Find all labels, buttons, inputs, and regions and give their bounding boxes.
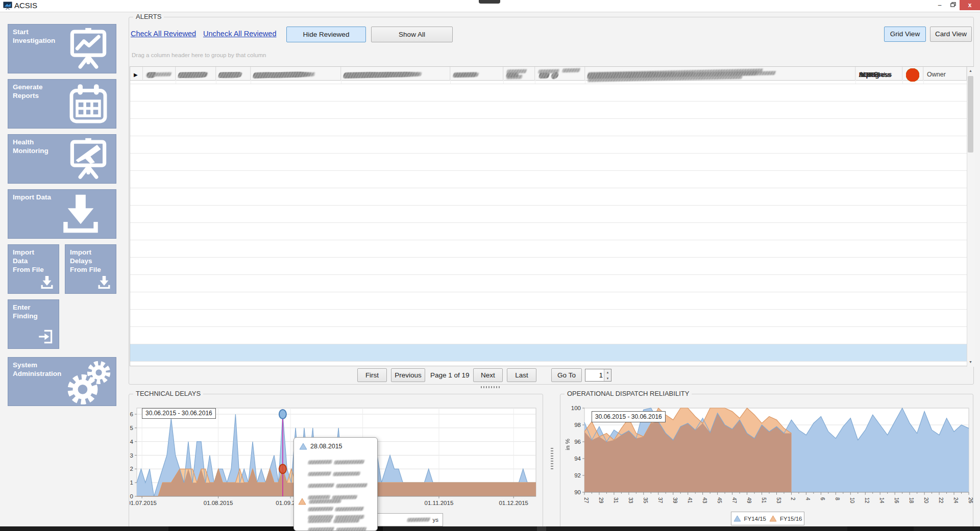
svg-text:26: 26 [968,497,973,503]
dispatch-y-axis-label: in % [565,439,571,450]
table-row[interactable]: ALERT [130,154,973,171]
horizontal-splitter[interactable] [481,386,501,388]
table-row[interactable]: ▶ALERT [130,344,973,362]
redacted-legend-text [406,518,430,522]
pager-first-button[interactable]: First [357,368,387,382]
svg-text:92: 92 [574,472,581,478]
restore-button[interactable] [946,0,960,10]
sidebar-button-start-investigation[interactable]: Start Investigation [8,24,116,73]
spin-down-icon[interactable]: ▼ [604,375,611,382]
orange-triangle-icon [298,498,306,505]
redacted-text [336,483,368,488]
svg-text:43: 43 [702,497,708,503]
chart-tooltip: 28.08.2015 [293,437,378,531]
scroll-down-icon[interactable]: ▼ [967,358,974,366]
table-row[interactable]: DONE [130,206,973,223]
svg-text:1: 1 [130,479,133,486]
pager-goto-button[interactable]: Go To [551,368,582,382]
dispatch-reliability-legend: FY14/15 FY15/16 [731,512,804,525]
check-all-reviewed-link[interactable]: Check All Reviewed [131,30,196,38]
table-row[interactable]: In progress [130,119,973,136]
svg-text:01.08.2015: 01.08.2015 [204,500,233,506]
pager-last-button[interactable]: Last [507,368,536,382]
table-row[interactable]: DONE [130,310,973,327]
minimize-button[interactable]: – [933,0,946,10]
table-row[interactable]: In progress [130,136,973,154]
technical-delays-title: TECHNICAL DELAYS [133,390,203,397]
redacted-date [309,499,342,503]
redacted-text [308,471,332,476]
svg-text:3: 3 [130,452,133,459]
window-title: ACSIS [14,1,37,10]
pager-page-label: Page 1 of 19 [430,371,470,379]
page-number-input[interactable] [585,369,604,381]
close-button[interactable]: x [960,0,980,10]
svg-text:49: 49 [746,497,752,503]
cell-date [176,67,216,84]
sidebar-button-import-delays-from-file[interactable]: Import Delays From File [65,244,116,294]
table-row[interactable]: ALERT [130,188,973,206]
svg-text:18: 18 [909,497,915,503]
table-row[interactable]: ALERT [130,327,973,344]
redacted-text [333,471,361,476]
redacted-text [253,72,305,78]
sidebar-button-import-data-from-file[interactable]: Import Data From File [8,244,59,294]
spinner-arrows[interactable]: ▲▼ [604,369,611,381]
vertical-splitter[interactable] [551,448,553,470]
svg-text:01.12.2015: 01.12.2015 [499,500,528,506]
pager-previous-button[interactable]: Previous [391,368,425,382]
scroll-thumb[interactable] [968,76,973,153]
gears-icon [64,359,112,406]
cell-ac [216,67,251,84]
show-all-button[interactable]: Show All [371,27,453,42]
svg-text:6: 6 [820,497,826,500]
group-by-hint: Drag a column header here to group by th… [132,52,266,58]
cell-dp [503,67,535,84]
tooltip-redacted-lines-2 [308,512,366,531]
legend-fy1415: FY14/15 [744,516,766,522]
svg-text:35: 35 [643,497,649,503]
svg-text:4: 4 [130,439,134,445]
table-row[interactable]: DONE [130,258,973,275]
svg-text:98: 98 [574,422,581,428]
svg-text:51: 51 [761,497,767,503]
sidebar-button-system-administration[interactable]: System Administration [8,357,116,406]
sidebar-button-import-data[interactable]: Import Data [8,189,116,239]
table-row[interactable]: In progress [130,292,973,310]
sidebar-button-health-monitoring[interactable]: Health Monitoring [8,134,116,184]
table-row[interactable]: In progress [130,275,973,292]
table-row[interactable]: DONE [130,171,973,188]
taskbar-peek-tab [479,0,500,4]
svg-text:37: 37 [657,497,664,503]
card-view-button[interactable]: Card View [930,27,972,42]
dispatch-reliability-range-label: 30.06.2015 - 30.06.2016 [592,411,666,422]
table-row[interactable]: In progress [130,223,973,240]
hide-reviewed-button[interactable]: Hide Reviewed [286,27,366,42]
cell-astat: ALERT [855,67,903,84]
table-row[interactable]: In progress [130,102,973,119]
pager-next-button[interactable]: Next [473,368,503,382]
grid-view-button[interactable]: Grid View [884,27,926,42]
app-window: ACSIS – x Start Investigation Generate R… [0,0,980,531]
svg-text:01.07.2015: 01.07.2015 [130,500,157,506]
alerts-grid[interactable]: Alert StatusOwnerDONEDONEIn progressIn p… [130,66,974,366]
spin-up-icon[interactable]: ▲ [604,369,611,375]
legend-fy1516: FY15/16 [780,516,802,522]
sidebar-button-enter-finding[interactable]: Enter Finding [8,299,59,349]
scroll-up-icon[interactable]: ▲ [967,67,974,74]
table-row[interactable]: In progress [130,240,973,258]
svg-text:5: 5 [130,425,133,431]
svg-text:22: 22 [938,497,944,503]
cell-owner [923,67,967,84]
uncheck-all-reviewed-link[interactable]: Uncheck All Reviewed [203,30,276,38]
sidebar-button-generate-reports[interactable]: Generate Reports [8,79,116,129]
download-icon [96,275,112,290]
tooltip-subheader [298,498,341,505]
cell-ata [251,67,341,84]
presentation-chart-icon [65,27,112,73]
table-row[interactable]: DONE [130,84,973,102]
redacted-text [308,460,333,464]
redacted-text [335,515,365,519]
selected-row-arrow-icon: ▶ [134,72,138,78]
pager-page-spinner[interactable]: ▲▼ [585,369,611,382]
